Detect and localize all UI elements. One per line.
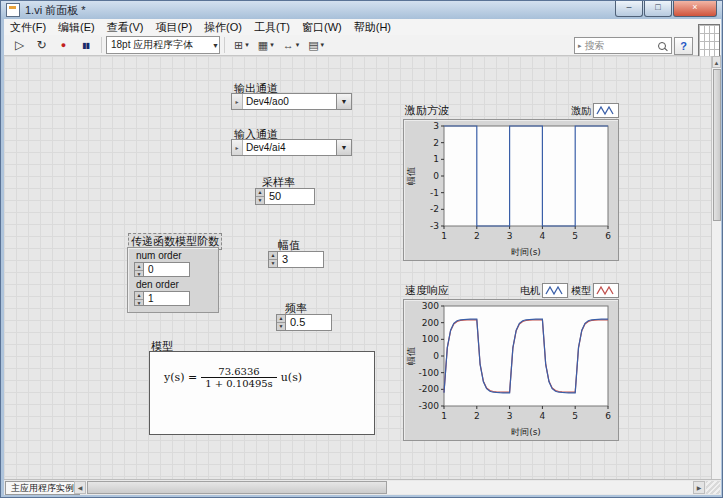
svg-text:4: 4 <box>540 411 546 421</box>
output-channel-combo[interactable]: ▸ Dev4/ao0 ▼ <box>231 93 352 110</box>
menu-project[interactable]: 项目(P) <box>149 19 198 35</box>
svg-text:100: 100 <box>422 334 439 344</box>
output-channel-value[interactable]: Dev4/ao0 <box>243 94 336 109</box>
speed-response-plot-legend[interactable]: 电机 模型 <box>520 283 619 298</box>
den-order-value[interactable]: 1 <box>144 291 190 306</box>
menu-file[interactable]: 文件(F) <box>4 19 52 35</box>
search-input[interactable]: ▸ 搜索 <box>574 37 672 54</box>
vertical-scrollbar[interactable]: ▲ <box>711 56 721 479</box>
increment-decrement-buttons[interactable]: ▲ ▼ <box>134 291 144 306</box>
increment-icon[interactable]: ▲ <box>256 189 264 197</box>
decrement-icon[interactable]: ▼ <box>135 271 143 278</box>
connector-pane-icon[interactable] <box>698 24 720 57</box>
num-order-control[interactable]: ▲ ▼ 0 <box>134 262 190 277</box>
num-order-label: num order <box>136 250 182 261</box>
abort-icon: ● <box>61 40 66 50</box>
increment-decrement-buttons[interactable]: ▲ ▼ <box>255 188 265 205</box>
increment-icon[interactable]: ▲ <box>135 263 143 271</box>
menu-edit[interactable]: 编辑(E) <box>52 19 101 35</box>
front-panel: 输出通道 ▸ Dev4/ao0 ▼ 输入通道 ▸ Dev4/ai4 ▼ 采样率 … <box>4 56 711 479</box>
svg-text:时间(s): 时间(s) <box>511 427 541 437</box>
excitation-plot-legend[interactable]: 激励 <box>571 103 619 118</box>
menu-view[interactable]: 查看(V) <box>101 19 150 35</box>
run-continuous-button[interactable]: ↻ <box>31 35 52 55</box>
sample-rate-control[interactable]: ▲ ▼ 50 <box>255 188 315 205</box>
amplitude-control[interactable]: ▲ ▼ 3 <box>268 251 324 268</box>
close-button[interactable]: × <box>673 1 717 17</box>
decrement-icon[interactable]: ▼ <box>269 260 277 267</box>
io-browse-icon[interactable]: ▸ <box>232 140 243 155</box>
toolbar-separator <box>224 37 225 53</box>
maximize-button[interactable]: □ <box>644 1 672 17</box>
equation-denominator: 1 + 0.10495s <box>201 377 277 389</box>
sample-rate-value[interactable]: 50 <box>265 188 315 205</box>
decrement-icon[interactable]: ▼ <box>135 300 143 307</box>
increment-decrement-buttons[interactable]: ▲ ▼ <box>276 314 286 331</box>
chevron-down-icon: ▾ <box>270 41 274 49</box>
excitation-chart-svg: 1234563210-1-2-3时间(s)幅值 <box>404 120 616 258</box>
svg-text:1: 1 <box>441 231 447 241</box>
run-icon: ▷ <box>15 38 24 52</box>
increment-icon[interactable]: ▲ <box>135 292 143 300</box>
horizontal-scrollbar-thumb[interactable] <box>87 481 387 494</box>
svg-text:-300: -300 <box>419 401 440 411</box>
den-order-control[interactable]: ▲ ▼ 1 <box>134 291 190 306</box>
status-bar: 主应用程序实例 ◀ ▶ <box>4 479 721 495</box>
chevron-down-icon[interactable]: ▼ <box>336 140 351 155</box>
svg-text:5: 5 <box>572 411 578 421</box>
excitation-graph-panel: 1234563210-1-2-3时间(s)幅值 <box>403 119 619 261</box>
horizontal-scrollbar[interactable]: ◀ ▶ <box>74 481 705 494</box>
increment-icon[interactable]: ▲ <box>269 252 277 260</box>
decrement-icon[interactable]: ▼ <box>277 323 285 330</box>
frequency-control[interactable]: ▲ ▼ 0.5 <box>276 314 332 331</box>
font-ring-dropdown[interactable]: 18pt 应用程序字体 ▼ <box>106 36 220 54</box>
chevron-down-icon: ▾ <box>245 41 249 49</box>
search-scope-icon[interactable]: ▸ <box>575 42 585 50</box>
resize-grip[interactable] <box>706 481 720 494</box>
scroll-left-icon[interactable]: ◀ <box>74 481 86 494</box>
reorder-objects-dropdown[interactable]: ▤ ▾ <box>304 35 328 55</box>
app-instance-tab[interactable]: 主应用程序实例 <box>5 481 80 495</box>
title-bar[interactable]: 1.vi 前面板 * – □ × <box>1 1 722 19</box>
amplitude-value[interactable]: 3 <box>278 251 324 268</box>
vertical-scrollbar-thumb[interactable] <box>713 69 721 221</box>
menu-operate[interactable]: 操作(O) <box>198 19 248 35</box>
svg-text:3: 3 <box>507 231 513 241</box>
window-title: 1.vi 前面板 * <box>25 3 86 18</box>
abort-button[interactable]: ● <box>53 35 74 55</box>
input-channel-value[interactable]: Dev4/ai4 <box>243 140 336 155</box>
run-button[interactable]: ▷ <box>9 35 30 55</box>
reorder-objects-icon: ▤ <box>308 39 318 52</box>
svg-text:3: 3 <box>433 121 439 131</box>
chevron-down-icon[interactable]: ▼ <box>336 94 351 109</box>
scroll-up-icon[interactable]: ▲ <box>712 56 721 68</box>
menu-window[interactable]: 窗口(W) <box>296 19 348 35</box>
minimize-button[interactable]: – <box>615 1 643 17</box>
order-cluster: num order ▲ ▼ 0 den order ▲ ▼ 1 <box>127 247 219 313</box>
frequency-value[interactable]: 0.5 <box>286 314 332 331</box>
input-channel-combo[interactable]: ▸ Dev4/ai4 ▼ <box>231 139 352 156</box>
decrement-icon[interactable]: ▼ <box>256 197 264 204</box>
increment-decrement-buttons[interactable]: ▲ ▼ <box>268 251 278 268</box>
scroll-right-icon[interactable]: ▶ <box>693 481 705 494</box>
io-browse-icon[interactable]: ▸ <box>232 94 243 109</box>
num-order-value[interactable]: 0 <box>144 262 190 277</box>
excitation-graph: 激励方波 激励 1234563210-1-2-3时间(s)幅值 <box>403 101 619 261</box>
resize-objects-dropdown[interactable]: ↔ ▾ <box>279 35 304 55</box>
context-help-button[interactable]: ? <box>674 37 693 55</box>
pause-button[interactable]: ▮▮ <box>75 35 96 55</box>
svg-text:6: 6 <box>605 411 611 421</box>
svg-text:1: 1 <box>433 154 439 164</box>
increment-decrement-buttons[interactable]: ▲ ▼ <box>134 262 144 277</box>
svg-text:幅值: 幅值 <box>406 167 416 185</box>
distribute-objects-dropdown[interactable]: ▦ ▾ <box>254 35 278 55</box>
waveform-icon[interactable] <box>593 103 619 118</box>
menu-help[interactable]: 帮助(H) <box>348 19 397 35</box>
waveform-icon[interactable] <box>593 283 619 298</box>
menu-tools[interactable]: 工具(T) <box>248 19 296 35</box>
labview-app-icon <box>6 3 20 17</box>
increment-icon[interactable]: ▲ <box>277 315 285 323</box>
align-objects-dropdown[interactable]: ⊞ ▾ <box>230 35 253 55</box>
waveform-icon[interactable] <box>542 283 568 298</box>
svg-text:2: 2 <box>433 138 439 148</box>
